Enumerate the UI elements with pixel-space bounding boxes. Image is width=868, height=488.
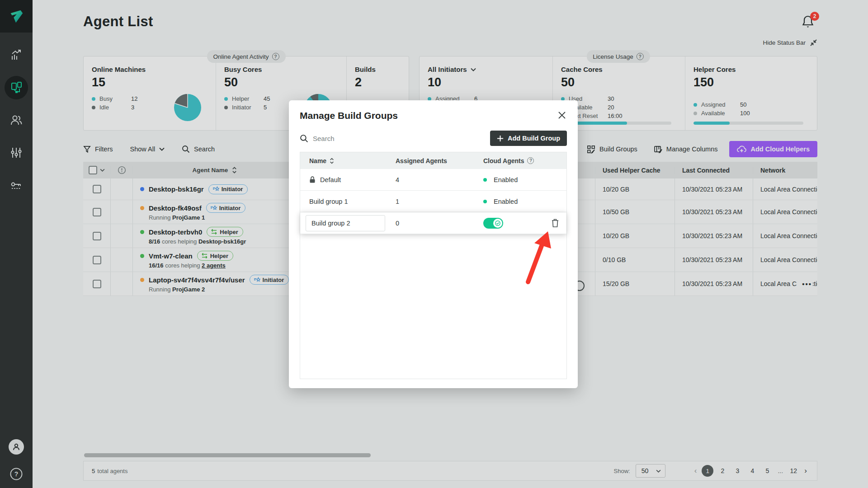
online-machines-metric: Online Machines 15 Busy12 Idle3 <box>84 56 216 130</box>
sidebar-bottom: ? <box>9 439 24 488</box>
agent-name-header[interactable]: Agent Name <box>193 167 228 174</box>
helper-badge: Helper <box>197 251 233 261</box>
cloud-agents-toggle[interactable] <box>483 218 503 229</box>
name-header[interactable]: Name <box>309 157 326 164</box>
last-connected-cell: 10/30/2021 05:23 AM <box>675 178 753 200</box>
next-page-button[interactable]: › <box>802 466 809 475</box>
build-groups-button[interactable]: Build Groups <box>587 145 637 154</box>
last-connected-header[interactable]: Last Connected <box>675 167 753 174</box>
metric-value: 50 <box>561 75 685 89</box>
chevron-down-icon <box>471 68 476 71</box>
network-value: Local Area Connection <box>760 232 817 239</box>
select-menu-chevron-icon[interactable] <box>100 169 105 172</box>
help-icon: ? <box>9 467 23 481</box>
sidebar-item-users[interactable] <box>5 108 28 132</box>
helper-icon <box>201 253 208 258</box>
legend-dot-helper <box>224 97 228 101</box>
agent-name: Laptop-sv4r7f4vsv4r7f4v/user <box>149 276 245 284</box>
modal-search[interactable] <box>300 134 490 143</box>
help-tooltip-icon[interactable]: ? <box>637 53 644 60</box>
alert-column-icon <box>118 166 126 174</box>
metric-value: 2 <box>355 75 409 89</box>
hide-status-bar-label: Hide Status Bar <box>763 39 806 46</box>
page-4[interactable]: 4 <box>746 465 758 477</box>
select-all-checkbox[interactable] <box>89 166 97 174</box>
manage-columns-button[interactable]: Manage Columns <box>654 145 718 154</box>
build-group-name-input[interactable] <box>306 215 385 231</box>
help-button[interactable]: ? <box>9 467 23 481</box>
legend-dot-available <box>693 112 697 115</box>
modal-search-input[interactable] <box>313 135 412 142</box>
card-title: Online Agent Activity <box>213 53 269 60</box>
cloud-plus-icon <box>737 145 746 153</box>
status-dot <box>140 230 144 234</box>
modal-search-row: Add Build Group <box>300 131 567 146</box>
search-icon <box>182 145 190 153</box>
sidebar: ? <box>0 0 33 488</box>
build-group-row[interactable]: Default4Enabled <box>300 169 566 191</box>
assigned-agents-cell: 0 <box>396 220 483 227</box>
metric-label: Busy Cores <box>224 66 346 73</box>
filters-button[interactable]: Filters <box>83 145 113 153</box>
help-tooltip-icon[interactable]: ? <box>527 157 534 164</box>
build-groups-icon <box>587 145 595 154</box>
row-checkbox[interactable] <box>93 232 101 240</box>
help-tooltip-icon[interactable]: ? <box>272 53 279 60</box>
sidebar-item-settings[interactable] <box>5 141 28 164</box>
table-footer: 5 total agents Show: 50 ‹ 12345...12 › <box>83 461 817 481</box>
row-checkbox[interactable] <box>93 208 101 216</box>
sidebar-item-license[interactable] <box>5 174 28 197</box>
add-build-group-button[interactable]: Add Build Group <box>490 131 567 146</box>
badge-label: Initiator <box>219 205 241 211</box>
row-checkbox[interactable] <box>93 280 101 288</box>
network-header[interactable]: Network <box>753 167 817 174</box>
license-key-icon <box>9 179 23 192</box>
online-machines-pie <box>173 93 202 122</box>
row-more-button[interactable]: ••• <box>797 279 813 289</box>
filter-funnel-icon <box>83 145 91 153</box>
page-1[interactable]: 1 <box>702 465 713 477</box>
horizontal-scrollbar <box>83 453 817 457</box>
build-group-name-cell: Default <box>300 176 396 183</box>
cloud-agents-cell: Enabled <box>483 198 566 205</box>
sliders-icon <box>10 146 23 159</box>
sidebar-item-analytics[interactable] <box>5 43 28 67</box>
manage-columns-icon <box>654 145 662 154</box>
hide-status-bar-button[interactable]: Hide Status Bar <box>763 39 817 47</box>
used-helper-cache-cell: 10/50 GB <box>595 200 675 224</box>
build-group-name: Default <box>320 176 341 183</box>
card-title: License Usage <box>593 53 633 60</box>
metric-value: 150 <box>693 75 817 89</box>
used-helper-cache-header[interactable]: Used Helper Cache <box>595 167 675 174</box>
agent-name-cell: Desktop-fk49osfInitiatorRunning ProjGame… <box>133 200 289 224</box>
alert-cell <box>111 224 133 248</box>
all-initiators-dropdown[interactable]: All Initiators <box>428 66 552 73</box>
add-cloud-helpers-button[interactable]: Add Cloud Helpers <box>729 141 817 157</box>
scrollbar-thumb[interactable] <box>84 453 371 457</box>
modal-close-button[interactable] <box>558 111 568 121</box>
notifications-button[interactable]: 2 <box>801 14 817 31</box>
build-group-name-cell <box>300 215 396 231</box>
prev-page-button[interactable]: ‹ <box>693 466 699 475</box>
page-5[interactable]: 5 <box>761 465 773 477</box>
sort-icon[interactable] <box>232 167 237 174</box>
build-group-row[interactable]: 0 <box>300 212 566 234</box>
app-logo[interactable] <box>0 0 33 33</box>
page-2[interactable]: 2 <box>717 465 728 477</box>
metric-value: 15 <box>92 75 216 89</box>
badge-label: Helper <box>210 253 228 259</box>
alert-cell <box>111 272 133 296</box>
delete-build-group-button[interactable] <box>551 218 559 228</box>
page-12[interactable]: 12 <box>788 465 799 477</box>
sort-icon[interactable] <box>330 158 334 164</box>
row-checkbox[interactable] <box>93 256 101 264</box>
sidebar-item-agents[interactable] <box>5 76 28 99</box>
show-all-dropdown[interactable]: Show All <box>130 145 165 153</box>
row-checkbox[interactable] <box>93 185 101 193</box>
table-search-button[interactable]: Search <box>182 145 215 153</box>
user-avatar[interactable] <box>9 439 24 455</box>
page-3[interactable]: 3 <box>731 465 743 477</box>
agent-subtitle: 16/16 cores helping 2 agents <box>140 262 289 269</box>
build-group-row[interactable]: Build group 11Enabled <box>300 191 566 212</box>
page-size-select[interactable]: 50 <box>636 464 665 478</box>
